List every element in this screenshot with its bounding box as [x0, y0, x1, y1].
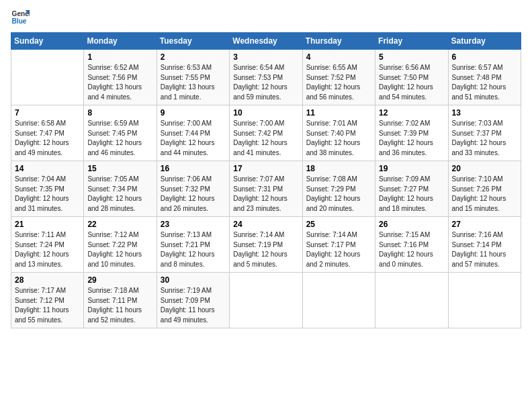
weekday-header-row: SundayMondayTuesdayWednesdayThursdayFrid… — [11, 33, 521, 50]
day-info: Sunrise: 7:18 AM Sunset: 7:11 PM Dayligh… — [87, 286, 152, 325]
day-number: 18 — [306, 164, 371, 173]
svg-text:Blue: Blue — [12, 17, 27, 25]
calendar-week-3: 21Sunrise: 7:11 AM Sunset: 7:24 PM Dayli… — [11, 217, 521, 273]
calendar-cell: 20Sunrise: 7:10 AM Sunset: 7:26 PM Dayli… — [448, 161, 521, 217]
day-number: 8 — [87, 108, 152, 118]
day-number: 21 — [15, 220, 80, 229]
calendar-cell: 21Sunrise: 7:11 AM Sunset: 7:24 PM Dayli… — [11, 217, 84, 273]
day-info: Sunrise: 7:04 AM Sunset: 7:35 PM Dayligh… — [15, 175, 80, 214]
day-number: 25 — [306, 220, 371, 229]
calendar-cell: 9Sunrise: 7:00 AM Sunset: 7:44 PM Daylig… — [157, 105, 229, 161]
day-info: Sunrise: 7:08 AM Sunset: 7:29 PM Dayligh… — [306, 175, 371, 214]
day-info: Sunrise: 6:58 AM Sunset: 7:47 PM Dayligh… — [15, 119, 80, 158]
day-number: 9 — [161, 108, 226, 118]
day-info: Sunrise: 6:52 AM Sunset: 7:56 PM Dayligh… — [87, 63, 152, 102]
day-number: 12 — [379, 108, 444, 118]
day-info: Sunrise: 7:14 AM Sunset: 7:17 PM Dayligh… — [306, 230, 371, 269]
calendar-cell — [11, 50, 84, 105]
day-number: 28 — [15, 275, 80, 285]
day-number: 16 — [161, 164, 226, 173]
day-number: 2 — [161, 52, 226, 62]
day-info: Sunrise: 7:17 AM Sunset: 7:12 PM Dayligh… — [15, 286, 80, 325]
day-number: 17 — [233, 164, 298, 173]
calendar-cell — [375, 273, 448, 328]
day-number: 1 — [87, 52, 152, 62]
day-number: 26 — [379, 220, 444, 229]
calendar-cell — [302, 273, 375, 328]
calendar-cell: 10Sunrise: 7:00 AM Sunset: 7:42 PM Dayli… — [230, 105, 302, 161]
calendar-cell: 12Sunrise: 7:02 AM Sunset: 7:39 PM Dayli… — [375, 105, 448, 161]
day-info: Sunrise: 7:02 AM Sunset: 7:39 PM Dayligh… — [379, 119, 444, 158]
day-info: Sunrise: 6:59 AM Sunset: 7:45 PM Dayligh… — [87, 119, 152, 158]
calendar-cell: 7Sunrise: 6:58 AM Sunset: 7:47 PM Daylig… — [11, 105, 84, 161]
calendar-cell: 29Sunrise: 7:18 AM Sunset: 7:11 PM Dayli… — [84, 273, 157, 328]
day-info: Sunrise: 6:56 AM Sunset: 7:50 PM Dayligh… — [379, 63, 444, 102]
logo: General Blue — [11, 8, 32, 27]
weekday-wednesday: Wednesday — [230, 33, 302, 50]
calendar-cell: 24Sunrise: 7:14 AM Sunset: 7:19 PM Dayli… — [230, 217, 302, 273]
calendar-week-0: 1Sunrise: 6:52 AM Sunset: 7:56 PM Daylig… — [11, 50, 521, 105]
calendar-week-1: 7Sunrise: 6:58 AM Sunset: 7:47 PM Daylig… — [11, 105, 521, 161]
day-info: Sunrise: 7:11 AM Sunset: 7:24 PM Dayligh… — [15, 230, 80, 269]
calendar-cell: 27Sunrise: 7:16 AM Sunset: 7:14 PM Dayli… — [448, 217, 521, 273]
day-number: 24 — [233, 220, 298, 229]
day-number: 3 — [233, 52, 298, 62]
calendar-cell: 13Sunrise: 7:03 AM Sunset: 7:37 PM Dayli… — [448, 105, 521, 161]
day-number: 11 — [306, 108, 371, 118]
calendar-cell: 15Sunrise: 7:05 AM Sunset: 7:34 PM Dayli… — [84, 161, 157, 217]
day-number: 4 — [306, 52, 371, 62]
calendar-cell — [448, 273, 521, 328]
calendar-cell: 22Sunrise: 7:12 AM Sunset: 7:22 PM Dayli… — [84, 217, 157, 273]
day-info: Sunrise: 7:07 AM Sunset: 7:31 PM Dayligh… — [233, 175, 298, 214]
calendar-cell: 17Sunrise: 7:07 AM Sunset: 7:31 PM Dayli… — [230, 161, 302, 217]
calendar-week-4: 28Sunrise: 7:17 AM Sunset: 7:12 PM Dayli… — [11, 273, 521, 328]
calendar-cell: 28Sunrise: 7:17 AM Sunset: 7:12 PM Dayli… — [11, 273, 84, 328]
calendar-week-2: 14Sunrise: 7:04 AM Sunset: 7:35 PM Dayli… — [11, 161, 521, 217]
day-info: Sunrise: 7:01 AM Sunset: 7:40 PM Dayligh… — [306, 119, 371, 158]
day-info: Sunrise: 6:53 AM Sunset: 7:55 PM Dayligh… — [161, 63, 226, 102]
day-info: Sunrise: 7:05 AM Sunset: 7:34 PM Dayligh… — [87, 175, 152, 214]
calendar-cell: 26Sunrise: 7:15 AM Sunset: 7:16 PM Dayli… — [375, 217, 448, 273]
weekday-monday: Monday — [84, 33, 157, 50]
weekday-friday: Friday — [375, 33, 448, 50]
day-number: 10 — [233, 108, 298, 118]
calendar-cell: 14Sunrise: 7:04 AM Sunset: 7:35 PM Dayli… — [11, 161, 84, 217]
calendar-cell: 19Sunrise: 7:09 AM Sunset: 7:27 PM Dayli… — [375, 161, 448, 217]
calendar-cell: 11Sunrise: 7:01 AM Sunset: 7:40 PM Dayli… — [302, 105, 375, 161]
day-info: Sunrise: 7:13 AM Sunset: 7:21 PM Dayligh… — [161, 230, 226, 269]
day-info: Sunrise: 7:15 AM Sunset: 7:16 PM Dayligh… — [379, 230, 444, 269]
day-number: 13 — [452, 108, 517, 118]
calendar-cell: 4Sunrise: 6:55 AM Sunset: 7:52 PM Daylig… — [302, 50, 375, 105]
calendar-cell: 23Sunrise: 7:13 AM Sunset: 7:21 PM Dayli… — [157, 217, 229, 273]
day-info: Sunrise: 6:54 AM Sunset: 7:53 PM Dayligh… — [233, 63, 298, 102]
day-number: 14 — [15, 164, 80, 173]
calendar-cell: 30Sunrise: 7:19 AM Sunset: 7:09 PM Dayli… — [157, 273, 229, 328]
day-info: Sunrise: 7:19 AM Sunset: 7:09 PM Dayligh… — [161, 286, 226, 325]
logo-icon: General Blue — [11, 8, 30, 27]
day-info: Sunrise: 6:55 AM Sunset: 7:52 PM Dayligh… — [306, 63, 371, 102]
calendar-cell: 8Sunrise: 6:59 AM Sunset: 7:45 PM Daylig… — [84, 105, 157, 161]
calendar-cell: 5Sunrise: 6:56 AM Sunset: 7:50 PM Daylig… — [375, 50, 448, 105]
day-number: 27 — [452, 220, 517, 229]
day-info: Sunrise: 7:16 AM Sunset: 7:14 PM Dayligh… — [452, 230, 517, 269]
day-number: 6 — [452, 52, 517, 62]
day-info: Sunrise: 7:00 AM Sunset: 7:44 PM Dayligh… — [161, 119, 226, 158]
weekday-thursday: Thursday — [302, 33, 375, 50]
weekday-saturday: Saturday — [448, 33, 521, 50]
calendar-cell: 25Sunrise: 7:14 AM Sunset: 7:17 PM Dayli… — [302, 217, 375, 273]
weekday-tuesday: Tuesday — [157, 33, 229, 50]
day-info: Sunrise: 7:00 AM Sunset: 7:42 PM Dayligh… — [233, 119, 298, 158]
calendar-table: SundayMondayTuesdayWednesdayThursdayFrid… — [11, 32, 521, 328]
day-info: Sunrise: 6:57 AM Sunset: 7:48 PM Dayligh… — [452, 63, 517, 102]
day-number: 15 — [87, 164, 152, 173]
day-info: Sunrise: 7:12 AM Sunset: 7:22 PM Dayligh… — [87, 230, 152, 269]
day-number: 23 — [161, 220, 226, 229]
day-info: Sunrise: 7:06 AM Sunset: 7:32 PM Dayligh… — [161, 175, 226, 214]
weekday-sunday: Sunday — [11, 33, 84, 50]
day-info: Sunrise: 7:09 AM Sunset: 7:27 PM Dayligh… — [379, 175, 444, 214]
day-number: 5 — [379, 52, 444, 62]
day-info: Sunrise: 7:14 AM Sunset: 7:19 PM Dayligh… — [233, 230, 298, 269]
day-number: 29 — [87, 275, 152, 285]
calendar-cell: 3Sunrise: 6:54 AM Sunset: 7:53 PM Daylig… — [230, 50, 302, 105]
header: General Blue — [11, 8, 521, 27]
